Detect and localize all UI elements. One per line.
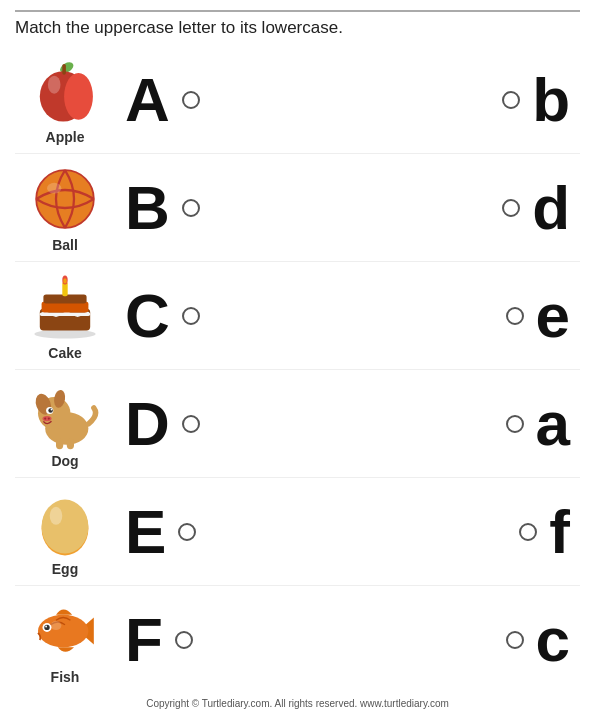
image-cell-dog: Dog <box>15 379 115 469</box>
apple-label: Apple <box>46 129 85 145</box>
row-4: Dog D a <box>15 370 580 478</box>
uppercase-letter-6: F <box>125 609 163 671</box>
svg-point-15 <box>63 278 67 283</box>
row-6: Fish F c <box>15 586 580 694</box>
lowercase-letter-3: e <box>536 285 570 347</box>
ball-image <box>29 163 101 235</box>
radio-2-right[interactable] <box>502 199 520 217</box>
page: Match the uppercase letter to its lowerc… <box>0 0 595 725</box>
radio-2-left[interactable] <box>182 199 200 217</box>
svg-point-2 <box>64 73 93 120</box>
row-5: Egg E f <box>15 478 580 586</box>
svg-point-24 <box>44 417 46 419</box>
cake-label: Cake <box>48 345 81 361</box>
lowercase-cell-2: d <box>450 177 580 239</box>
lowercase-letter-1: b <box>532 69 570 131</box>
uppercase-letter-2: B <box>125 177 170 239</box>
radio-4-right[interactable] <box>506 415 524 433</box>
radio-3-right[interactable] <box>506 307 524 325</box>
uppercase-cell-2: B <box>115 177 245 239</box>
svg-point-7 <box>47 182 61 193</box>
radio-6-right[interactable] <box>506 631 524 649</box>
fish-image <box>29 595 101 667</box>
image-cell-cake: Cake <box>15 271 115 361</box>
image-cell-ball: Ball <box>15 163 115 253</box>
svg-point-34 <box>45 626 47 628</box>
uppercase-letter-3: C <box>125 285 170 347</box>
svg-rect-3 <box>62 64 66 75</box>
image-cell-fish: Fish <box>15 595 115 685</box>
radio-3-left[interactable] <box>182 307 200 325</box>
uppercase-letter-5: E <box>125 501 166 563</box>
row-2: Ball B d <box>15 154 580 262</box>
svg-point-33 <box>44 625 49 630</box>
svg-point-30 <box>50 506 63 524</box>
dog-image <box>29 379 101 451</box>
lowercase-cell-6: c <box>450 609 580 671</box>
svg-point-8 <box>34 329 95 338</box>
uppercase-cell-5: E <box>115 501 245 563</box>
svg-point-29 <box>42 499 89 553</box>
ball-label: Ball <box>52 237 78 253</box>
uppercase-cell-1: A <box>115 69 245 131</box>
uppercase-cell-3: C <box>115 285 245 347</box>
egg-image <box>29 487 101 559</box>
lowercase-cell-3: e <box>450 285 580 347</box>
title-bar: Match the uppercase letter to its lowerc… <box>15 10 580 38</box>
lowercase-cell-4: a <box>450 393 580 455</box>
svg-rect-26 <box>56 438 63 449</box>
svg-rect-10 <box>40 312 90 316</box>
image-cell-egg: Egg <box>15 487 115 577</box>
uppercase-letter-1: A <box>125 69 170 131</box>
uppercase-cell-4: D <box>115 393 245 455</box>
row-3: Cake C e <box>15 262 580 370</box>
radio-1-left[interactable] <box>182 91 200 109</box>
radio-6-left[interactable] <box>175 631 193 649</box>
image-cell-apple: Apple <box>15 55 115 145</box>
page-title: Match the uppercase letter to its lowerc… <box>15 18 343 37</box>
uppercase-cell-6: F <box>115 609 245 671</box>
apple-image <box>29 55 101 127</box>
egg-label: Egg <box>52 561 78 577</box>
lowercase-letter-6: c <box>536 609 570 671</box>
lowercase-letter-5: f <box>549 501 570 563</box>
svg-point-23 <box>43 415 52 420</box>
fish-label: Fish <box>51 669 80 685</box>
radio-1-right[interactable] <box>502 91 520 109</box>
svg-point-4 <box>48 75 61 93</box>
lowercase-cell-1: b <box>450 69 580 131</box>
svg-point-22 <box>51 408 53 410</box>
cake-image <box>29 271 101 343</box>
footer-text: Copyright © Turtlediary.com. All rights … <box>15 698 580 709</box>
radio-5-right[interactable] <box>519 523 537 541</box>
uppercase-letter-4: D <box>125 393 170 455</box>
svg-point-25 <box>48 417 50 419</box>
svg-rect-27 <box>67 438 74 449</box>
row-1: Apple A b <box>15 46 580 154</box>
radio-4-left[interactable] <box>182 415 200 433</box>
svg-point-21 <box>48 408 53 413</box>
dog-label: Dog <box>51 453 78 469</box>
radio-5-left[interactable] <box>178 523 196 541</box>
lowercase-cell-5: f <box>450 501 580 563</box>
svg-point-35 <box>51 621 62 630</box>
lowercase-letter-4: a <box>536 393 570 455</box>
lowercase-letter-2: d <box>532 177 570 239</box>
